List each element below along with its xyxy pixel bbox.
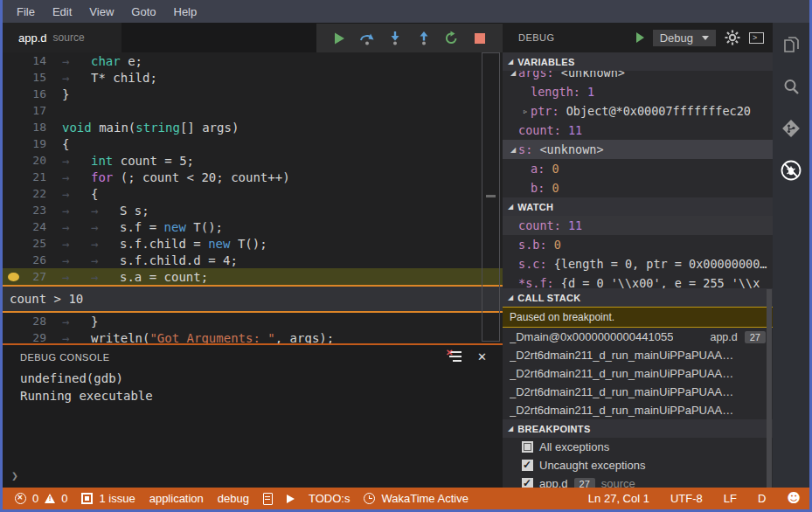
code-line-24[interactable]: 24→→s.f = new T(); — [3, 218, 503, 235]
conditional-breakpoint-peek[interactable]: count > 10 — [3, 285, 503, 313]
line-gutter[interactable]: 28 — [3, 315, 46, 328]
stop-icon[interactable] — [470, 31, 489, 46]
code-line-28[interactable]: 28→} — [3, 313, 503, 329]
line-gutter[interactable]: 14 — [3, 54, 46, 67]
menu-item-file[interactable]: File — [8, 2, 44, 22]
word-wrap-icon[interactable]: ✕ — [448, 351, 462, 363]
breakpoint-checkbox[interactable] — [522, 478, 533, 488]
start-debug-icon[interactable] — [636, 32, 644, 43]
code-line-14[interactable]: 14→char e; — [3, 52, 503, 69]
watch-row[interactable]: *s.f: {d = 0 '\\x00', e = 255 '\\x — [503, 273, 773, 288]
breakpoint-icon[interactable] — [8, 273, 19, 281]
status-item[interactable]: LF — [724, 492, 737, 505]
breakpoint-checkbox[interactable] — [522, 460, 533, 471]
menu-item-edit[interactable]: Edit — [44, 2, 80, 22]
watch-row[interactable]: count: 11 — [503, 216, 773, 235]
tab-app-d[interactable]: app.d source — [3, 23, 121, 52]
watch-row[interactable]: s.b: 0 — [503, 235, 773, 254]
gear-icon[interactable] — [725, 30, 740, 45]
code-line-23[interactable]: 23→→S s; — [3, 202, 503, 218]
code-line-18[interactable]: 18void main(string[] args) — [3, 119, 503, 135]
files-icon[interactable] — [780, 33, 802, 56]
code-line-17[interactable]: 17 — [3, 102, 503, 119]
status-item[interactable]: TODO:s — [309, 492, 350, 505]
stack-frame-row[interactable]: _Dmain@0x0000000000441055app.d27 — [503, 328, 773, 346]
status-problems[interactable]: 00 — [15, 492, 67, 505]
stack-frame-row[interactable]: _D2rt6dmain211_d_run_mainUiPPaPUAA… — [503, 401, 773, 419]
code-line-21[interactable]: 21→for (; count < 20; count++) — [3, 169, 503, 185]
line-gutter[interactable]: 18 — [3, 121, 46, 134]
menu-item-help[interactable]: Help — [165, 2, 206, 22]
stack-frame-row[interactable]: _D2rt6dmain211_d_run_mainUiPPaPUAA… — [503, 346, 773, 364]
line-gutter[interactable]: 15 — [3, 71, 46, 84]
menu-item-view[interactable]: View — [80, 2, 122, 22]
breakpoint-row[interactable]: app.d27source — [503, 474, 773, 488]
code-line-15[interactable]: 15→T* child; — [3, 69, 503, 86]
section-variables[interactable]: ◢VARIABLES — [503, 52, 773, 71]
breakpoint-row[interactable]: All exceptions — [503, 438, 773, 456]
continue-icon[interactable] — [330, 31, 349, 46]
stack-frame-row[interactable]: _D2rt6dmain211_d_run_mainUiPPaPUAA… — [503, 364, 773, 383]
line-gutter[interactable]: 23 — [3, 204, 46, 217]
line-gutter[interactable]: 16 — [3, 87, 46, 100]
line-gutter[interactable]: 17 — [3, 104, 46, 117]
twistie-icon[interactable]: ◢ — [508, 146, 518, 154]
status-item[interactable]: 1 issue — [81, 492, 135, 505]
twistie-icon[interactable]: ◢ — [508, 71, 518, 77]
line-gutter[interactable]: 19 — [3, 137, 46, 150]
source-control-icon[interactable] — [780, 117, 802, 140]
line-gutter[interactable]: 20 — [3, 154, 46, 167]
watch-row[interactable]: s.c: {length = 0, ptr = 0x00000000… — [503, 254, 773, 273]
variable-row[interactable]: ▹ptr: Object@*0x00007fffffffec20 — [503, 101, 773, 121]
status-item[interactable]: ☻ — [787, 492, 801, 505]
step-out-icon[interactable] — [414, 31, 434, 46]
section-call-stack[interactable]: ◢CALL STACK — [503, 288, 773, 307]
status-item[interactable] — [287, 495, 295, 503]
status-item[interactable]: debug — [218, 492, 249, 505]
line-gutter[interactable]: 22 — [3, 187, 46, 200]
step-into-icon[interactable] — [385, 31, 405, 46]
debug-stop-icon[interactable] — [780, 159, 802, 182]
code-line-22[interactable]: 22→{ — [3, 185, 503, 202]
line-gutter[interactable]: 24 — [3, 220, 46, 233]
section-breakpoints[interactable]: ◢BREAKPOINTS — [503, 419, 773, 438]
variable-row[interactable]: a: 0 — [503, 159, 773, 178]
status-item[interactable]: UTF-8 — [670, 492, 703, 505]
open-console-icon[interactable]: > — [749, 32, 764, 44]
debug-config-dropdown[interactable]: Debug — [653, 30, 716, 46]
code-line-19[interactable]: 19{ — [3, 135, 503, 152]
variable-row[interactable]: count: 11 — [503, 121, 773, 140]
variable-row[interactable]: b: 0 — [503, 178, 773, 197]
line-gutter[interactable]: 25 — [3, 237, 46, 250]
code-line-20[interactable]: 20→int count = 5; — [3, 152, 503, 169]
line-gutter[interactable]: 21 — [3, 170, 46, 183]
stack-frame-row[interactable]: _D2rt6dmain211_d_run_mainUiPPaPUAA… — [503, 383, 773, 401]
status-item[interactable] — [263, 493, 273, 505]
variable-row[interactable]: length: 1 — [503, 82, 773, 101]
code-line-25[interactable]: 25→→s.f.child = new T(); — [3, 235, 503, 252]
step-over-icon[interactable] — [357, 31, 377, 46]
code-line-27[interactable]: 27→→s.a = count; — [3, 268, 503, 285]
variable-row[interactable]: ◢s: <unknown> — [503, 140, 773, 159]
code-editor[interactable]: 14→char e;15→T* child;16}1718void main(s… — [3, 52, 503, 343]
breakpoint-checkbox[interactable] — [522, 441, 533, 453]
section-watch[interactable]: ◢WATCH — [503, 197, 773, 216]
close-icon[interactable]: ✕ — [477, 350, 487, 363]
console-input-prompt[interactable]: ❯ — [11, 469, 18, 482]
code-line-16[interactable]: 16} — [3, 86, 503, 102]
code-line-26[interactable]: 26→→s.f.child.d = 4; — [3, 252, 503, 268]
code-line-29[interactable]: 29→writeln("Got Arguments: ", args); — [3, 329, 503, 343]
search-icon[interactable] — [780, 75, 802, 98]
variable-row[interactable]: ◢args: <unknown> — [503, 71, 773, 82]
status-item[interactable]: application — [149, 492, 204, 505]
line-gutter[interactable]: 27 — [3, 270, 46, 283]
panel-scrollbar[interactable] — [767, 289, 772, 488]
breakpoint-row[interactable]: Uncaught exceptions — [503, 456, 773, 474]
line-gutter[interactable]: 26 — [3, 253, 46, 266]
twistie-icon[interactable]: ▹ — [520, 107, 531, 115]
line-gutter[interactable]: 29 — [3, 331, 46, 343]
status-item[interactable]: Ln 27, Col 1 — [588, 492, 649, 505]
status-item[interactable]: D — [758, 492, 766, 505]
restart-icon[interactable] — [442, 31, 462, 46]
menu-item-goto[interactable]: Goto — [122, 2, 164, 22]
